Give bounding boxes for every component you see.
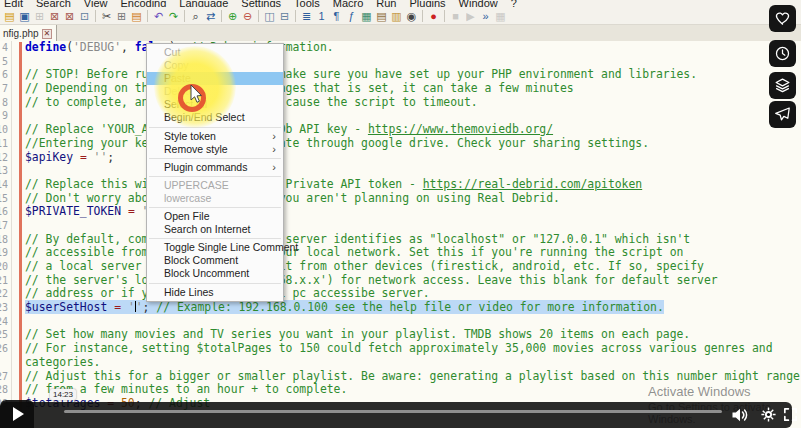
context-menu-item-block-uncomment[interactable]: Block Uncomment bbox=[147, 267, 283, 280]
editor[interactable]: 4define('DEBUG', false); // Debug inform… bbox=[0, 41, 801, 428]
share-button[interactable] bbox=[769, 101, 796, 128]
context-menu-item-delete[interactable]: Delete bbox=[147, 85, 283, 98]
menu-plugins[interactable]: Plugins bbox=[410, 0, 446, 7]
play-macro-icon[interactable]: ▶ bbox=[464, 9, 477, 23]
code-line: 23$userSetHost = ''; // Example: 192.168… bbox=[0, 301, 801, 315]
zoom-out-icon[interactable]: ⊖ bbox=[241, 9, 254, 23]
open-file-icon[interactable]: ▤ bbox=[3, 9, 16, 23]
toolbar-separator bbox=[422, 10, 423, 22]
progress-bar[interactable] bbox=[64, 410, 722, 413]
cut-icon[interactable]: ✂ bbox=[100, 9, 113, 23]
context-menu-item-begin-end-select[interactable]: Begin/End Select bbox=[147, 111, 283, 124]
menu-language[interactable]: Language bbox=[179, 0, 228, 7]
context-menu-item-uppercase[interactable]: UPPERCASE bbox=[147, 179, 283, 192]
folder-as-workspace-icon[interactable]: ▥ bbox=[390, 9, 403, 23]
document-list-icon[interactable]: ▤ bbox=[375, 9, 388, 23]
line-number: 4 bbox=[0, 41, 8, 55]
code-line: 6// STOP! Before running this script, ma… bbox=[0, 68, 801, 82]
selected-line-highlight: $userSetHost = ''; // Example: 192.168.0… bbox=[25, 300, 664, 314]
paste-icon[interactable]: ▤ bbox=[130, 9, 143, 23]
tab-close-icon[interactable]: ✕ bbox=[42, 29, 53, 39]
toolbar-separator bbox=[444, 10, 445, 22]
play-button[interactable] bbox=[0, 400, 34, 428]
code-line: 12$apiKey = ''; bbox=[0, 151, 801, 165]
document-map-icon[interactable]: ▦ bbox=[360, 9, 373, 23]
menu-tools[interactable]: Tools bbox=[294, 0, 320, 7]
code-line: 20// a local server and want to access i… bbox=[0, 260, 801, 274]
menu-search[interactable]: Search bbox=[36, 0, 71, 7]
volume-button[interactable] bbox=[730, 405, 750, 425]
copy-icon[interactable]: ⊞ bbox=[115, 9, 128, 23]
play-icon bbox=[13, 407, 24, 421]
code-line: 18// By default, computers hosting this … bbox=[0, 233, 801, 247]
monitoring-eye-icon[interactable]: ◉ bbox=[405, 9, 418, 23]
line-number: 23 bbox=[0, 301, 8, 315]
record-macro-icon[interactable]: ● bbox=[427, 9, 440, 23]
menu-run[interactable]: Run bbox=[376, 0, 396, 7]
show-indent-guide-icon[interactable]: 1 bbox=[315, 9, 328, 23]
menu-window[interactable]: Window bbox=[459, 0, 498, 7]
zoom-in-icon[interactable]: ⊕ bbox=[226, 9, 239, 23]
context-menu-item-plugin-commands[interactable]: Plugin commands› bbox=[147, 161, 283, 174]
context-menu-item-search-on-internet[interactable]: Search on Internet bbox=[147, 223, 283, 236]
save-macro-icon[interactable]: ▦ bbox=[494, 9, 507, 23]
code-line: 4define('DEBUG', false); // Debug inform… bbox=[0, 41, 801, 55]
context-menu-item-cut[interactable]: Cut bbox=[147, 46, 283, 59]
show-all-characters-icon[interactable]: ¶ bbox=[330, 9, 343, 23]
context-menu-item-copy[interactable]: Copy bbox=[147, 59, 283, 72]
context-menu-item-hide-lines[interactable]: Hide Lines bbox=[147, 286, 283, 299]
print-icon[interactable]: ⊡ bbox=[78, 9, 91, 23]
menu-bar-items: EditSearchViewEncodingLanguageSettingsTo… bbox=[4, 0, 530, 7]
line-number: 24 bbox=[0, 315, 8, 329]
context-menu-item-open-file[interactable]: Open File bbox=[147, 210, 283, 223]
save-icon[interactable]: ▣ bbox=[18, 9, 31, 23]
menu-edit[interactable]: Edit bbox=[4, 0, 23, 7]
line-number: 28 bbox=[0, 383, 8, 397]
undo-icon[interactable]: ↶ bbox=[152, 9, 165, 23]
playlist-button[interactable] bbox=[769, 72, 796, 99]
redo-icon[interactable]: ↷ bbox=[167, 9, 180, 23]
line-number: 15 bbox=[0, 192, 8, 206]
context-menu-item-block-comment[interactable]: Block Comment bbox=[147, 254, 283, 267]
fullscreen-button[interactable] bbox=[782, 406, 799, 423]
code-line: 16$PRIVATE_TOKEN = ''; bbox=[0, 205, 801, 219]
stop-macro-icon[interactable]: ■ bbox=[449, 9, 462, 23]
menu-separator bbox=[149, 207, 281, 208]
context-menu-item-style-token[interactable]: Style token› bbox=[147, 130, 283, 143]
menu-macro[interactable]: Macro bbox=[333, 0, 364, 7]
heart-icon bbox=[773, 9, 792, 28]
menu-encoding[interactable]: Encoding bbox=[120, 0, 166, 7]
replace-icon[interactable]: ⇄ bbox=[204, 9, 217, 23]
context-menu-item-remove-style[interactable]: Remove style› bbox=[147, 143, 283, 156]
mouse-cursor-icon bbox=[190, 85, 204, 105]
menu-separator bbox=[149, 158, 281, 159]
context-menu-item-paste[interactable]: Paste bbox=[147, 72, 283, 85]
activate-windows-watermark: Activate Windows bbox=[648, 384, 751, 399]
menu-view[interactable]: View bbox=[84, 0, 108, 7]
code-line: categories. bbox=[0, 356, 801, 370]
context-menu-item-toggle-single-line-comment[interactable]: Toggle Single Line Comment bbox=[147, 241, 283, 254]
function-list-icon[interactable]: ƒ bbox=[345, 9, 358, 23]
like-button[interactable] bbox=[769, 5, 796, 32]
line-number: 19 bbox=[0, 246, 8, 260]
submenu-arrow-icon: › bbox=[272, 143, 276, 156]
code-line: 10// Replace 'YOUR_API_KEY' with the TMD… bbox=[0, 123, 801, 137]
close-icon[interactable]: ⊠ bbox=[48, 9, 61, 23]
code-line: 15// Don't worry about this setting if y… bbox=[0, 192, 801, 206]
run-macro-multiple-icon[interactable]: » bbox=[479, 9, 492, 23]
save-all-icon[interactable]: ⊞ bbox=[33, 9, 46, 23]
watch-later-button[interactable] bbox=[769, 40, 796, 67]
code-line: 7// Depending on the amount of total pag… bbox=[0, 82, 801, 96]
context-menu-item-select-all[interactable]: Select All bbox=[147, 98, 283, 111]
context-menu-list: CutCopyPasteDeleteSelect AllBegin/End Se… bbox=[147, 46, 283, 299]
word-wrap-icon[interactable]: ≣ bbox=[300, 9, 313, 23]
context-menu-item-lowercase[interactable]: lowercase bbox=[147, 192, 283, 205]
menu-settings[interactable]: Settings bbox=[241, 0, 281, 7]
sync-horizontal-icon[interactable]: ⊟ bbox=[278, 9, 291, 23]
sync-vertical-icon[interactable]: ◫ bbox=[263, 9, 276, 23]
video-frame: EditSearchViewEncodingLanguageSettingsTo… bbox=[0, 0, 801, 428]
menu-help[interactable]: ? bbox=[511, 0, 517, 7]
close-all-icon[interactable]: ⊠ bbox=[63, 9, 76, 23]
find-icon[interactable]: ⌕ bbox=[189, 9, 202, 23]
settings-button[interactable] bbox=[760, 406, 777, 423]
